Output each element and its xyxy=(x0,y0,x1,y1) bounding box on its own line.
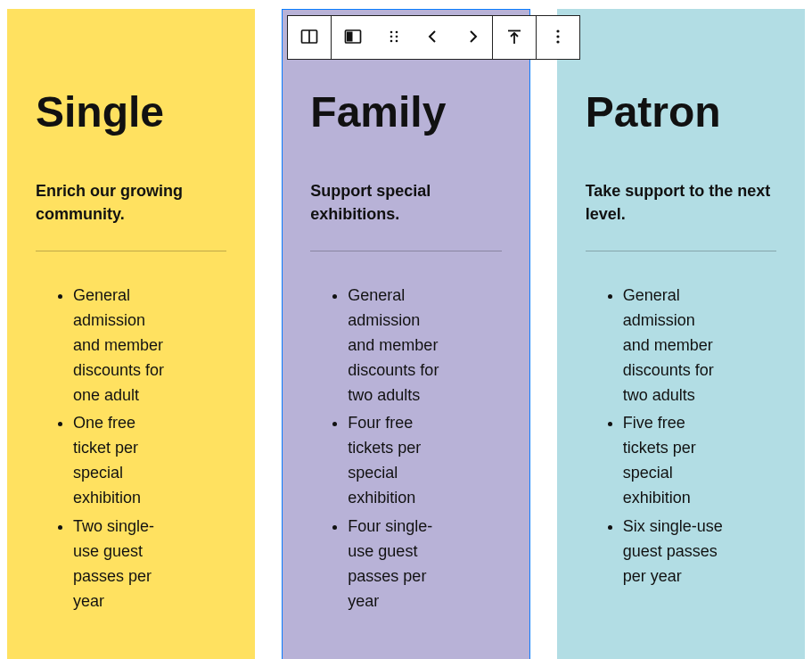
move-right-button[interactable] xyxy=(453,16,492,59)
tier-title: Patron xyxy=(586,89,776,136)
svg-point-9 xyxy=(396,39,398,42)
tier-tagline: Enrich our growing community. xyxy=(36,179,226,226)
parent-block-button[interactable] xyxy=(288,16,331,59)
block-type-button[interactable] xyxy=(332,16,374,59)
list-item: Four free tickets per special exhibition xyxy=(348,411,501,511)
column-family[interactable]: Family Support special exhibitions. Gene… xyxy=(282,9,529,659)
separator xyxy=(310,251,501,251)
list-item: General admission and member discounts f… xyxy=(623,284,776,408)
benefits-list: General admission and member discounts f… xyxy=(310,284,501,614)
tier-title: Family xyxy=(310,89,501,136)
column-patron[interactable]: Patron Take support to the next level. G… xyxy=(557,9,805,659)
columns-icon xyxy=(299,26,320,50)
vertical-align-top-icon xyxy=(504,26,525,50)
tier-tagline: Take support to the next level. xyxy=(586,179,776,226)
svg-point-5 xyxy=(396,30,398,33)
move-left-button[interactable] xyxy=(414,16,453,59)
svg-point-13 xyxy=(556,35,559,37)
tier-tagline: Support special exhibitions. xyxy=(310,179,501,226)
svg-point-7 xyxy=(396,35,398,37)
svg-point-12 xyxy=(556,29,559,32)
more-vertical-icon xyxy=(547,26,569,50)
column-icon xyxy=(342,26,364,50)
separator xyxy=(36,251,226,251)
svg-point-8 xyxy=(390,39,393,42)
vertical-align-button[interactable] xyxy=(493,16,536,59)
tier-title: Single xyxy=(36,89,226,136)
separator xyxy=(586,251,776,251)
pricing-columns: Single Enrich our growing community. Gen… xyxy=(0,0,812,659)
drag-handle-button[interactable] xyxy=(374,16,414,59)
list-item: Five free tickets per special exhibition xyxy=(623,411,776,511)
block-toolbar xyxy=(287,15,580,60)
svg-point-4 xyxy=(390,30,393,33)
benefits-list: General admission and member discounts f… xyxy=(36,284,226,614)
list-item: One free ticket per special exhibition xyxy=(73,411,226,511)
list-item: Two single-use guest passes per year xyxy=(73,515,226,614)
list-item: Four single-use guest passes per year xyxy=(348,515,501,614)
chevron-left-icon xyxy=(422,26,444,50)
list-item: Six single-use guest passes per year xyxy=(623,515,776,589)
svg-rect-3 xyxy=(347,31,353,41)
options-button[interactable] xyxy=(537,16,579,59)
list-item: General admission and member discounts f… xyxy=(348,284,501,408)
drag-handle-icon xyxy=(383,26,405,50)
benefits-list: General admission and member discounts f… xyxy=(586,284,776,589)
chevron-right-icon xyxy=(462,26,483,50)
list-item: General admission and member discounts f… xyxy=(73,284,226,408)
svg-point-14 xyxy=(556,40,559,43)
column-single[interactable]: Single Enrich our growing community. Gen… xyxy=(7,9,255,659)
svg-point-6 xyxy=(390,35,393,37)
